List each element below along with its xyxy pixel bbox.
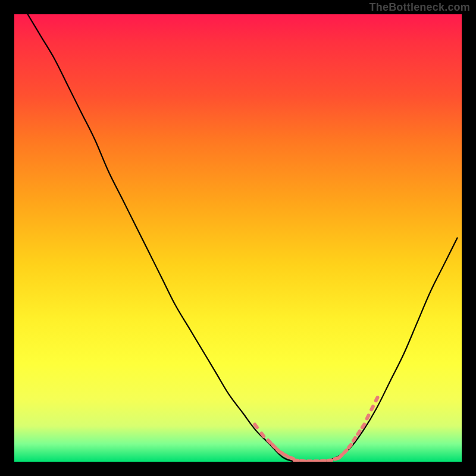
marker-dot bbox=[374, 395, 380, 403]
attribution-text: TheBottleneck.com bbox=[369, 1, 470, 14]
marker-dot bbox=[326, 458, 334, 462]
marker-dot bbox=[252, 422, 259, 430]
chart-frame bbox=[14, 14, 462, 462]
marker-dot bbox=[292, 458, 300, 462]
marker-dot bbox=[313, 459, 320, 462]
marker-group bbox=[252, 395, 380, 462]
marker-dot bbox=[306, 459, 313, 462]
marker-dot bbox=[299, 459, 307, 462]
bottleneck-curve-path bbox=[28, 14, 458, 462]
bottleneck-chart bbox=[14, 14, 462, 462]
marker-dot bbox=[320, 459, 327, 462]
